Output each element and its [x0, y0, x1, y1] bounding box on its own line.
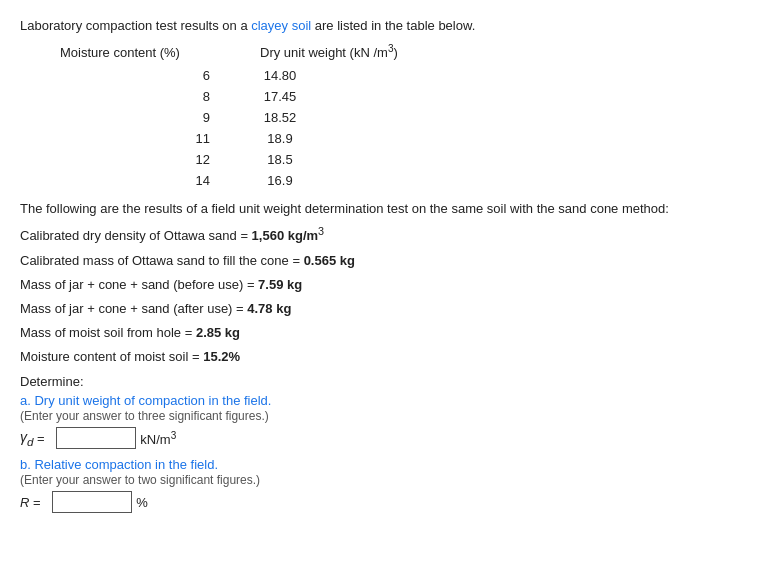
header-dry-unit-weight: Dry unit weight (kN /m3) [260, 43, 398, 60]
mc-value: 12 [80, 152, 220, 167]
part-b-input[interactable] [52, 491, 132, 513]
duw-value: 18.5 [220, 152, 340, 167]
mc-value: 11 [80, 131, 220, 146]
field-line: Mass of jar + cone + sand (after use) = … [20, 298, 764, 320]
intro-link: clayey soil [251, 18, 311, 33]
part-a-input[interactable] [56, 427, 136, 449]
field-line-before: Mass of jar + cone + sand (before use) = [20, 277, 258, 292]
header-moisture-content: Moisture content (%) [60, 45, 260, 60]
field-line-bold: 2.85 kg [196, 325, 240, 340]
field-line: Mass of moist soil from hole = 2.85 kg [20, 322, 764, 344]
mc-value: 6 [80, 68, 220, 83]
duw-value: 14.80 [220, 68, 340, 83]
field-line-bold: 7.59 kg [258, 277, 302, 292]
part-a-unit: kN/m3 [140, 430, 176, 447]
part-b-label: b. Relative compaction in the field. [20, 457, 764, 472]
mc-value: 14 [80, 173, 220, 188]
field-intro: The following are the results of a field… [20, 198, 764, 220]
part-a-hint: (Enter your answer to three significant … [20, 409, 764, 423]
intro-text: Laboratory compaction test results on a … [20, 18, 764, 33]
R-symbol: R [20, 495, 29, 510]
field-line-bold: 0.565 kg [304, 253, 355, 268]
mc-value: 9 [80, 110, 220, 125]
part-a-label: a. Dry unit weight of compaction in the … [20, 393, 764, 408]
table-row: 1218.5 [80, 152, 764, 167]
field-line-exp: 3 [318, 225, 324, 237]
part-a-equals: = [33, 431, 48, 446]
field-line-before: Mass of moist soil from hole = [20, 325, 196, 340]
table-row: 918.52 [80, 110, 764, 125]
part-a-answer-row: γd = kN/m3 [20, 427, 764, 449]
table-row: 1118.9 [80, 131, 764, 146]
field-line-before: Mass of jar + cone + sand (after use) = [20, 301, 247, 316]
part-b-equals: = [29, 495, 44, 510]
intro-before: Laboratory compaction test results on a [20, 18, 251, 33]
duw-value: 17.45 [220, 89, 340, 104]
table-header: Moisture content (%) Dry unit weight (kN… [20, 43, 764, 60]
intro-after: are listed in the table below. [311, 18, 475, 33]
duw-value: 18.9 [220, 131, 340, 146]
field-line-bold: 4.78 kg [247, 301, 291, 316]
part-b-hint: (Enter your answer to two significant fi… [20, 473, 764, 487]
field-line: Calibrated mass of Ottawa sand to fill t… [20, 250, 764, 272]
table-row: 1416.9 [80, 173, 764, 188]
part-b-answer-row: R = % [20, 491, 764, 513]
field-line-before: Calibrated mass of Ottawa sand to fill t… [20, 253, 304, 268]
field-line-before: Calibrated dry density of Ottawa sand = [20, 229, 252, 244]
field-line: Mass of jar + cone + sand (before use) =… [20, 274, 764, 296]
mc-value: 8 [80, 89, 220, 104]
determine-label: Determine: [20, 374, 764, 389]
table-row: 614.80 [80, 68, 764, 83]
field-line-bold: 1,560 kg/m [252, 229, 319, 244]
part-b-unit: % [136, 495, 148, 510]
field-line: Moisture content of moist soil = 15.2% [20, 346, 764, 368]
gamma-symbol: γd [20, 429, 33, 448]
field-section: The following are the results of a field… [20, 198, 764, 368]
field-line: Calibrated dry density of Ottawa sand = … [20, 222, 764, 247]
table-row: 817.45 [80, 89, 764, 104]
field-line-before: Moisture content of moist soil = [20, 349, 203, 364]
field-line-bold: 15.2% [203, 349, 240, 364]
data-table: 614.80817.45918.521118.91218.51416.9 [80, 68, 764, 188]
duw-value: 18.52 [220, 110, 340, 125]
duw-value: 16.9 [220, 173, 340, 188]
